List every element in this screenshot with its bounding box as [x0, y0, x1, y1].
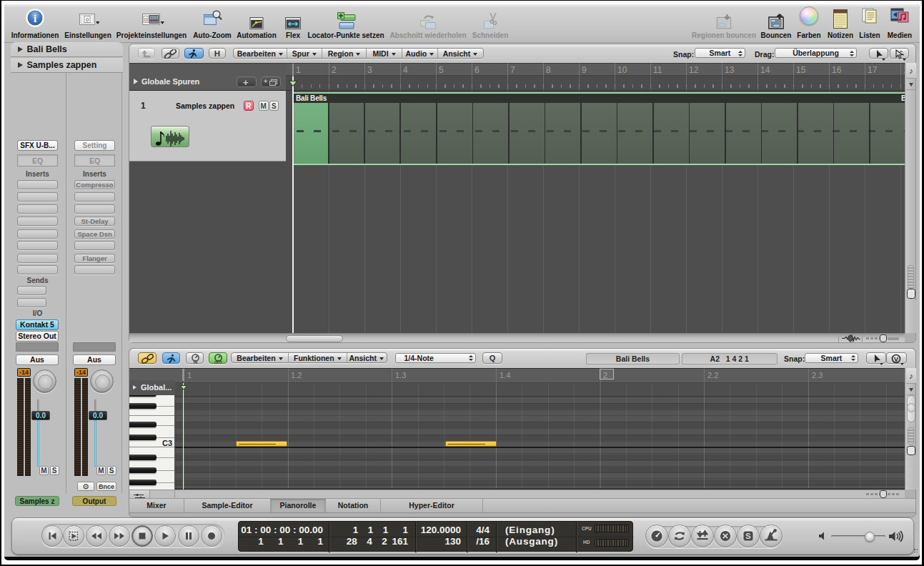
svg-text:0: 0: [86, 16, 89, 23]
svg-text:0: 0: [144, 16, 147, 23]
svg-text:V: V: [894, 355, 898, 362]
svg-text:S: S: [745, 532, 750, 540]
svg-text:OUT: OUT: [214, 359, 223, 363]
svg-text:IN: IN: [194, 359, 198, 363]
svg-text:i: i: [34, 13, 36, 24]
